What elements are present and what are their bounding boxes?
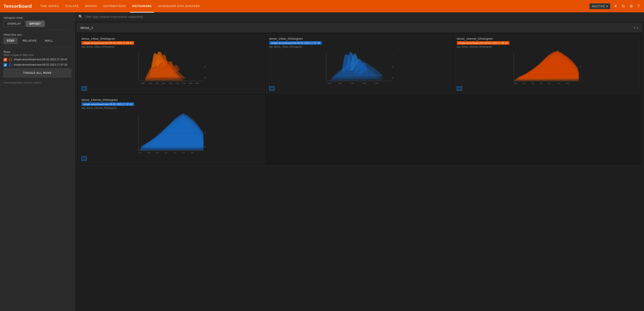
- nav-distributions[interactable]: DISTRIBUTIONS: [101, 4, 128, 8]
- step-btn[interactable]: STEP: [4, 38, 18, 44]
- search-icon: 🔍: [78, 14, 83, 19]
- section-count: 4: [634, 26, 635, 29]
- svg-text:–: –: [392, 54, 393, 57]
- dense1-section: dense_1 4 ∧ dense_1/bias_0/histogram sim…: [77, 23, 642, 166]
- run-item-2: simple-tensorboard-test-09-02-2023-17-37…: [4, 63, 71, 67]
- svg-marker-66: [518, 51, 579, 78]
- histogram-svg-2: – 1 3 -0.10 0.00 0.10 0.20 0.30: [269, 50, 449, 85]
- svg-text:0.1: 0.1: [173, 152, 176, 154]
- run-1-checkbox[interactable]: [4, 58, 7, 62]
- brand-logo: TensorBoard: [4, 4, 32, 9]
- help-icon[interactable]: ?: [636, 3, 640, 10]
- status-dropdown[interactable]: INACTIVE ▾: [590, 3, 610, 9]
- svg-text:0.2: 0.2: [548, 82, 550, 84]
- relative-btn[interactable]: RELATIVE: [20, 38, 40, 44]
- divider-2: [4, 47, 71, 47]
- svg-text:-0.08: -0.08: [141, 82, 145, 84]
- nav-histograms[interactable]: HISTOGRAMS: [130, 4, 154, 8]
- svg-text:-0.3: -0.3: [156, 152, 159, 154]
- toggle-all-runs-button[interactable]: TOGGLE ALL RUNS: [4, 68, 71, 77]
- chart-tag-4: tag: dense_1/kernel_0/histogram: [82, 106, 262, 109]
- status-label: INACTIVE: [592, 5, 605, 8]
- chevron-up-icon[interactable]: ∧: [636, 26, 638, 30]
- svg-text:0.4: 0.4: [558, 82, 560, 84]
- s3-path: /home/sagemaker-user/s3_folders/: [4, 81, 71, 84]
- svg-text:1: 1: [580, 66, 581, 68]
- expand-btn-4[interactable]: [82, 156, 87, 161]
- svg-text:–: –: [204, 54, 206, 57]
- chart-card-4: dense_1/kernel_0/histogram simple-tensor…: [79, 95, 264, 164]
- expand-btn-3[interactable]: [457, 86, 462, 91]
- svg-text:0.30: 0.30: [375, 82, 378, 84]
- run-item-1: simple-tensorboard-test-09-02-2023-17-29…: [4, 58, 71, 62]
- chart-area-3: – 1 3 -0.6 -0.4 -0.2 0.0 0.2 0.4 0.6: [457, 50, 637, 85]
- svg-text:-0.10: -0.10: [327, 82, 332, 84]
- chart-area-1: – 1 3 -0.08 -0.04 0.00 0.04 0.08 0.12 0: [82, 50, 262, 85]
- chart-title-1: dense_1/bias_0/histogram: [82, 37, 262, 40]
- run-2-checkbox[interactable]: [4, 63, 7, 67]
- sidebar: Histogram mode OVERLAY OFFSET Offset tim…: [0, 12, 75, 311]
- nav-scalars[interactable]: SCALARS: [63, 4, 81, 8]
- nav-graphs[interactable]: GRAPHS: [82, 4, 99, 8]
- histogram-mode-label: Histogram mode: [4, 16, 71, 20]
- offset-axis-section: Offset time axis STEP RELATIVE WALL: [4, 33, 71, 44]
- svg-text:1: 1: [392, 66, 393, 68]
- charts-container: dense_1 4 ∧ dense_1/bias_0/histogram sim…: [75, 21, 644, 311]
- svg-text:0.16: 0.16: [182, 82, 186, 84]
- overlay-btn[interactable]: OVERLAY: [4, 21, 25, 27]
- svg-text:0.3: 0.3: [182, 152, 185, 154]
- mode-buttons: OVERLAY OFFSET: [4, 21, 71, 27]
- svg-text:0.0: 0.0: [540, 82, 542, 84]
- runs-label: Runs: [4, 50, 71, 54]
- svg-rect-71: [458, 88, 461, 90]
- chart-area-4: – 1 3 -0.7 -0.5 -0.3 -0.1 0.1 0.3 0.5: [82, 111, 262, 155]
- runs-section: Runs Write a regex to filter runs simple…: [4, 50, 71, 77]
- histogram-mode-section: Histogram mode OVERLAY OFFSET: [4, 16, 71, 27]
- svg-rect-50: [270, 88, 273, 90]
- svg-text:0.00: 0.00: [338, 82, 342, 84]
- filter-bar: 🔍: [75, 12, 644, 21]
- expand-btn-2[interactable]: [269, 86, 274, 91]
- histogram-svg-3: – 1 3 -0.6 -0.4 -0.2 0.0 0.2 0.4 0.6: [457, 50, 637, 85]
- offset-time-axis-label: Offset time axis: [4, 33, 71, 36]
- run-2-dot: [9, 64, 12, 66]
- offset-btn[interactable]: OFFSET: [26, 21, 45, 27]
- svg-text:-0.1: -0.1: [164, 152, 168, 154]
- expand-icon-2: [270, 87, 273, 90]
- chart-area-2: – 1 3 -0.10 0.00 0.10 0.20 0.30: [269, 50, 449, 85]
- filter-input[interactable]: [85, 15, 640, 18]
- run-2-name: simple-tensorboard-test-09-02-2023-17-37…: [14, 63, 67, 67]
- divider-1: [4, 30, 71, 30]
- expand-btn-1[interactable]: [82, 86, 87, 91]
- histogram-svg-4: – 1 3 -0.7 -0.5 -0.3 -0.1 0.1 0.3 0.5: [82, 111, 262, 155]
- svg-text:–: –: [204, 116, 206, 118]
- svg-text:0.20: 0.20: [189, 82, 192, 84]
- brightness-icon[interactable]: ☀: [613, 3, 618, 10]
- svg-text:1: 1: [204, 131, 206, 134]
- run-badge-4: simple-tensorboard-test-09-02-2023-17-37…: [82, 102, 134, 106]
- svg-text:1: 1: [204, 66, 206, 68]
- svg-text:3: 3: [204, 146, 206, 148]
- refresh-icon[interactable]: ↻: [621, 3, 626, 10]
- chart-title-3: dense_1/kernel_0/histogram: [457, 37, 637, 40]
- run-1-dot: [9, 58, 12, 61]
- chart-card-2: dense_1/bias_0/histogram simple-tensorbo…: [266, 34, 452, 94]
- wall-btn[interactable]: WALL: [42, 38, 56, 44]
- app-body: Histogram mode OVERLAY OFFSET Offset tim…: [0, 12, 644, 311]
- chart-title-2: dense_1/bias_0/histogram: [269, 37, 449, 40]
- settings-icon[interactable]: ⚙: [628, 3, 634, 10]
- charts-grid: dense_1/bias_0/histogram simple-tensorbo…: [77, 32, 642, 166]
- svg-text:0.20: 0.20: [362, 82, 366, 84]
- main-content: 🔍 dense_1 4 ∧ dense_1/bias_0/histogram s…: [75, 12, 644, 311]
- nav-time-series[interactable]: TIME SERIES: [38, 4, 61, 8]
- chart-card-1: dense_1/bias_0/histogram simple-tensorbo…: [79, 34, 264, 94]
- chevron-down-icon: ▾: [606, 5, 608, 8]
- svg-text:-0.5: -0.5: [147, 152, 150, 154]
- svg-text:0.12: 0.12: [176, 82, 179, 84]
- chart-tag-1: tag: dense_1/bias_0/histogram: [82, 45, 262, 48]
- run-badge-2: simple-tensorboard-test-09-02-2023-17-37…: [269, 41, 322, 45]
- nav-sagemaker[interactable]: SAGEMAKER DATA MANAGER: [156, 4, 202, 8]
- regex-label: Write a regex to filter runs: [4, 54, 71, 56]
- run-1-name: simple-tensorboard-test-09-02-2023-17-29…: [14, 58, 67, 62]
- svg-text:3: 3: [204, 77, 206, 79]
